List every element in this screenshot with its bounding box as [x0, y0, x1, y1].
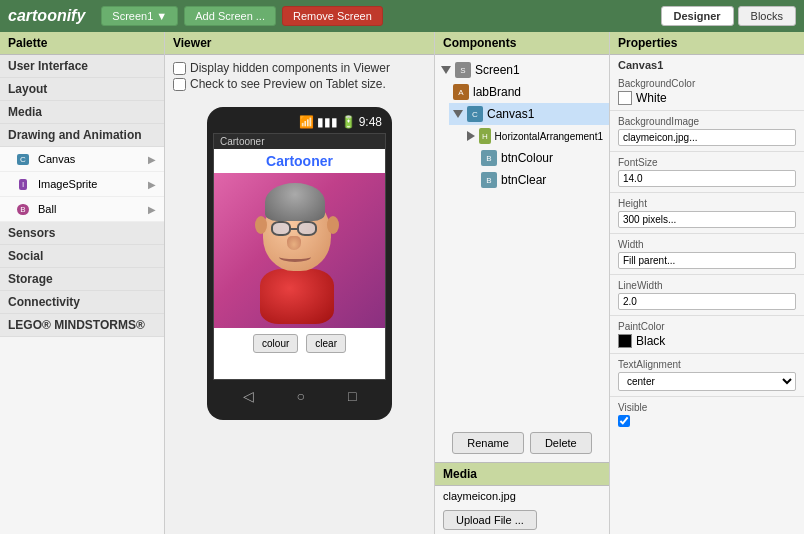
- clay-hair: [265, 183, 325, 221]
- colour-btn[interactable]: colour: [253, 334, 298, 353]
- prop-row-visible: Visible: [610, 399, 804, 433]
- prop-label-paintcolor: PaintColor: [618, 321, 796, 332]
- bgcolor-color-swatch[interactable]: [618, 91, 632, 105]
- prop-input-linewidth[interactable]: [618, 293, 796, 310]
- prop-select-textalign[interactable]: center left right: [618, 372, 796, 391]
- hidden-components-checkbox[interactable]: [173, 62, 186, 75]
- component-tree: S Screen1 A labBrand C Canvas1: [435, 55, 609, 424]
- screen1-children: A labBrand C Canvas1 H HorizontalArrange…: [435, 81, 609, 191]
- tablet-preview-checkbox[interactable]: [173, 78, 186, 91]
- nav-recent-btn[interactable]: □: [348, 388, 356, 404]
- ball-icon: B: [14, 200, 32, 218]
- canvas1-children: H HorizontalArrangement1 B btnColour B b…: [449, 125, 609, 191]
- palette-title: Palette: [0, 32, 164, 55]
- comp-item-btncolour[interactable]: B btnColour: [477, 147, 609, 169]
- viewer-title: Viewer: [165, 32, 434, 55]
- comp-item-labbrand[interactable]: A labBrand: [449, 81, 609, 103]
- prop-value-bgcolor: White: [618, 91, 796, 105]
- palette-item-ball[interactable]: B Ball ▶: [0, 197, 164, 222]
- btncolour-label: btnColour: [501, 151, 553, 165]
- imagesprite-icon: I: [14, 175, 32, 193]
- palette-section-media[interactable]: Media: [0, 101, 164, 124]
- comp-item-horizontal1[interactable]: H HorizontalArrangement1: [463, 125, 609, 147]
- comp-item-btnclear[interactable]: B btnClear: [477, 169, 609, 191]
- prop-input-height[interactable]: [618, 211, 796, 228]
- palette-section-storage[interactable]: Storage: [0, 268, 164, 291]
- delete-btn[interactable]: Delete: [530, 432, 592, 454]
- btncolour-icon: B: [481, 150, 497, 166]
- palette-section-sensors[interactable]: Sensors: [0, 222, 164, 245]
- palette-section-user-interface[interactable]: User Interface: [0, 55, 164, 78]
- paintcolor-name: Black: [636, 334, 665, 348]
- hidden-components-checkbox-label[interactable]: Display hidden components in Viewer: [173, 61, 426, 75]
- phone-bottom-space: [214, 359, 385, 379]
- palette-section-layout[interactable]: Layout: [0, 78, 164, 101]
- imagesprite-arrow-icon: ▶: [148, 179, 156, 190]
- remove-screen-btn[interactable]: Remove Screen: [282, 6, 383, 26]
- prop-input-fontsize[interactable]: [618, 170, 796, 187]
- upload-file-btn[interactable]: Upload File ...: [443, 510, 537, 530]
- designer-btn[interactable]: Designer: [661, 6, 734, 26]
- divider3: [610, 192, 804, 193]
- palette-item-imagesprite[interactable]: I ImageSprite ▶: [0, 172, 164, 197]
- properties-subtitle: Canvas1: [610, 55, 804, 75]
- comp-item-canvas1[interactable]: C Canvas1: [449, 103, 609, 125]
- blocks-btn[interactable]: Blocks: [738, 6, 796, 26]
- prop-row-paintcolor: PaintColor Black: [610, 318, 804, 351]
- canvas1-expand-icon[interactable]: [453, 110, 463, 118]
- components-title: Components: [435, 32, 609, 55]
- btnclear-icon: B: [481, 172, 497, 188]
- palette-section-lego[interactable]: LEGO® MINDSTORMS®: [0, 314, 164, 337]
- clay-mouth: [279, 252, 311, 262]
- status-time: 9:48: [359, 115, 382, 129]
- phone-app-buttons: colour clear: [214, 328, 385, 359]
- viewer-panel: Viewer Display hidden components in View…: [165, 32, 435, 534]
- nav-home-btn[interactable]: ○: [297, 388, 305, 404]
- rename-btn[interactable]: Rename: [452, 432, 524, 454]
- screen1-expand-icon[interactable]: [441, 66, 451, 74]
- labbrand-label: labBrand: [473, 85, 521, 99]
- screen1-icon: S: [455, 62, 471, 78]
- canvas-arrow-icon: ▶: [148, 154, 156, 165]
- prop-input-bgimage[interactable]: [618, 129, 796, 146]
- horizontal1-expand-icon[interactable]: [467, 131, 475, 141]
- palette-section-drawing[interactable]: Drawing and Animation: [0, 124, 164, 147]
- right-ear: [327, 216, 339, 234]
- canvas1-icon: C: [467, 106, 483, 122]
- component-actions: Rename Delete: [435, 424, 609, 462]
- tablet-preview-checkbox-label[interactable]: Check to see Preview on Tablet size.: [173, 77, 426, 91]
- wifi-icon: 📶: [299, 115, 314, 129]
- horizontal1-icon: H: [479, 128, 491, 144]
- palette-section-social[interactable]: Social: [0, 245, 164, 268]
- view-mode-buttons: Designer Blocks: [661, 6, 796, 26]
- prop-row-textalign: TextAlignment center left right: [610, 356, 804, 394]
- clear-btn[interactable]: clear: [306, 334, 346, 353]
- prop-row-height: Height: [610, 195, 804, 231]
- comp-item-screen1[interactable]: S Screen1: [435, 59, 609, 81]
- nav-back-btn[interactable]: ◁: [243, 388, 254, 404]
- prop-row-fontsize: FontSize: [610, 154, 804, 190]
- paintcolor-swatch[interactable]: [618, 334, 632, 348]
- divider7: [610, 353, 804, 354]
- media-file-item: claymeicon.jpg: [435, 486, 609, 506]
- prop-input-width[interactable]: [618, 252, 796, 269]
- add-screen-btn[interactable]: Add Screen ...: [184, 6, 276, 26]
- clay-body: [260, 269, 334, 324]
- prop-label-textalign: TextAlignment: [618, 359, 796, 370]
- phone-preview-area: 📶 ▮▮▮ 🔋 9:48 Cartooner Cartooner: [165, 99, 434, 534]
- prop-label-bgcolor: BackgroundColor: [618, 78, 796, 89]
- top-bar: cartoonify Screen1 ▼ Add Screen ... Remo…: [0, 0, 804, 32]
- phone-canvas: [214, 173, 385, 328]
- prop-checkbox-visible[interactable]: [618, 415, 630, 427]
- right-eye: [297, 221, 317, 236]
- divider8: [610, 396, 804, 397]
- prop-label-visible: Visible: [618, 402, 796, 413]
- media-upload-area: Upload File ...: [435, 506, 609, 534]
- palette-item-canvas[interactable]: C Canvas ▶: [0, 147, 164, 172]
- prop-label-linewidth: LineWidth: [618, 280, 796, 291]
- horizontal1-label: HorizontalArrangement1: [495, 131, 603, 142]
- properties-panel: Properties Canvas1 BackgroundColor White…: [610, 32, 804, 534]
- app-logo: cartoonify: [8, 7, 85, 25]
- screen-selector-btn[interactable]: Screen1 ▼: [101, 6, 178, 26]
- palette-section-connectivity[interactable]: Connectivity: [0, 291, 164, 314]
